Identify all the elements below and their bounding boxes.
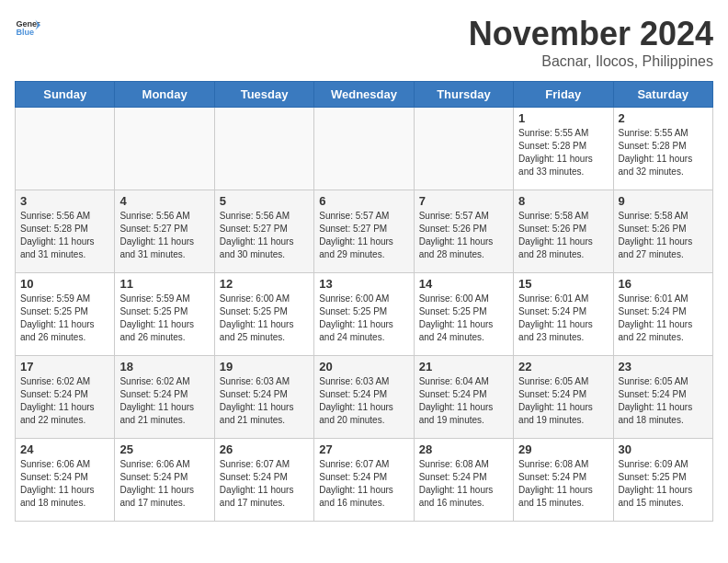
day-number: 19 bbox=[220, 360, 309, 373]
weekday-header: Wednesday bbox=[314, 82, 414, 108]
day-number: 12 bbox=[220, 277, 309, 291]
day-info: Sunrise: 6:07 AM Sunset: 5:24 PM Dayligh… bbox=[220, 458, 309, 510]
calendar-day-cell: 28Sunrise: 6:08 AM Sunset: 5:24 PM Dayli… bbox=[414, 439, 513, 522]
day-number: 10 bbox=[20, 277, 109, 291]
day-number: 4 bbox=[119, 194, 209, 208]
weekday-header: Friday bbox=[514, 82, 613, 108]
calendar-day-cell: 5Sunrise: 5:56 AM Sunset: 5:27 PM Daylig… bbox=[214, 190, 313, 273]
calendar-day-cell: 3Sunrise: 5:56 AM Sunset: 5:28 PM Daylig… bbox=[16, 190, 115, 273]
day-info: Sunrise: 5:55 AM Sunset: 5:28 PM Dayligh… bbox=[518, 127, 608, 178]
day-info: Sunrise: 6:02 AM Sunset: 5:24 PM Dayligh… bbox=[119, 375, 209, 427]
day-info: Sunrise: 5:58 AM Sunset: 5:26 PM Dayligh… bbox=[518, 210, 608, 261]
day-info: Sunrise: 5:56 AM Sunset: 5:27 PM Dayligh… bbox=[119, 210, 209, 261]
day-info: Sunrise: 6:03 AM Sunset: 5:24 PM Dayligh… bbox=[220, 375, 309, 427]
day-info: Sunrise: 6:01 AM Sunset: 5:24 PM Dayligh… bbox=[619, 293, 708, 344]
day-number: 18 bbox=[119, 360, 209, 373]
calendar-week-row: 24Sunrise: 6:06 AM Sunset: 5:24 PM Dayli… bbox=[16, 439, 713, 522]
day-info: Sunrise: 6:00 AM Sunset: 5:25 PM Dayligh… bbox=[419, 293, 508, 344]
weekday-header-row: SundayMondayTuesdayWednesdayThursdayFrid… bbox=[16, 82, 713, 108]
calendar-week-row: 3Sunrise: 5:56 AM Sunset: 5:28 PM Daylig… bbox=[16, 190, 713, 273]
page-header: General Blue November 2024 Bacnar, Iloco… bbox=[15, 15, 713, 70]
calendar-day-cell bbox=[314, 108, 414, 190]
day-number: 5 bbox=[220, 194, 309, 208]
day-number: 11 bbox=[119, 277, 209, 291]
day-number: 30 bbox=[619, 442, 708, 456]
weekday-header: Tuesday bbox=[214, 82, 313, 108]
calendar-day-cell bbox=[16, 108, 115, 190]
day-number: 9 bbox=[619, 194, 708, 208]
day-number: 2 bbox=[619, 111, 708, 125]
day-info: Sunrise: 6:06 AM Sunset: 5:24 PM Dayligh… bbox=[119, 458, 209, 510]
calendar-week-row: 10Sunrise: 5:59 AM Sunset: 5:25 PM Dayli… bbox=[16, 273, 713, 356]
calendar-week-row: 1Sunrise: 5:55 AM Sunset: 5:28 PM Daylig… bbox=[16, 108, 713, 190]
day-info: Sunrise: 6:06 AM Sunset: 5:24 PM Dayligh… bbox=[20, 458, 109, 510]
calendar-day-cell: 7Sunrise: 5:57 AM Sunset: 5:26 PM Daylig… bbox=[414, 190, 513, 273]
day-number: 23 bbox=[619, 360, 708, 373]
day-number: 7 bbox=[419, 194, 508, 208]
calendar-day-cell: 30Sunrise: 6:09 AM Sunset: 5:25 PM Dayli… bbox=[613, 439, 712, 522]
day-info: Sunrise: 5:59 AM Sunset: 5:25 PM Dayligh… bbox=[20, 293, 109, 344]
day-number: 25 bbox=[119, 442, 209, 456]
day-number: 6 bbox=[319, 194, 408, 208]
svg-text:Blue: Blue bbox=[16, 28, 34, 37]
day-number: 15 bbox=[518, 277, 608, 291]
logo: General Blue bbox=[15, 15, 40, 40]
calendar-day-cell: 2Sunrise: 5:55 AM Sunset: 5:28 PM Daylig… bbox=[613, 108, 712, 190]
day-info: Sunrise: 6:02 AM Sunset: 5:24 PM Dayligh… bbox=[20, 375, 109, 427]
day-info: Sunrise: 6:01 AM Sunset: 5:24 PM Dayligh… bbox=[518, 293, 608, 344]
day-info: Sunrise: 6:05 AM Sunset: 5:24 PM Dayligh… bbox=[518, 375, 608, 427]
calendar-day-cell: 26Sunrise: 6:07 AM Sunset: 5:24 PM Dayli… bbox=[214, 439, 313, 522]
day-info: Sunrise: 6:03 AM Sunset: 5:24 PM Dayligh… bbox=[319, 375, 408, 427]
calendar-day-cell: 17Sunrise: 6:02 AM Sunset: 5:24 PM Dayli… bbox=[16, 356, 115, 439]
weekday-header: Sunday bbox=[16, 82, 115, 108]
day-info: Sunrise: 5:57 AM Sunset: 5:26 PM Dayligh… bbox=[419, 210, 508, 261]
calendar-day-cell: 11Sunrise: 5:59 AM Sunset: 5:25 PM Dayli… bbox=[115, 273, 214, 356]
day-info: Sunrise: 5:56 AM Sunset: 5:27 PM Dayligh… bbox=[220, 210, 309, 261]
calendar-day-cell bbox=[115, 108, 214, 190]
calendar-day-cell: 23Sunrise: 6:05 AM Sunset: 5:24 PM Dayli… bbox=[613, 356, 712, 439]
day-info: Sunrise: 5:55 AM Sunset: 5:28 PM Dayligh… bbox=[619, 127, 708, 178]
calendar-day-cell: 4Sunrise: 5:56 AM Sunset: 5:27 PM Daylig… bbox=[115, 190, 214, 273]
calendar-day-cell: 22Sunrise: 6:05 AM Sunset: 5:24 PM Dayli… bbox=[514, 356, 613, 439]
day-number: 1 bbox=[518, 111, 608, 125]
calendar-day-cell: 12Sunrise: 6:00 AM Sunset: 5:25 PM Dayli… bbox=[214, 273, 313, 356]
calendar-day-cell: 27Sunrise: 6:07 AM Sunset: 5:24 PM Dayli… bbox=[314, 439, 414, 522]
day-number: 22 bbox=[518, 360, 608, 373]
calendar-day-cell: 21Sunrise: 6:04 AM Sunset: 5:24 PM Dayli… bbox=[414, 356, 513, 439]
calendar-day-cell: 14Sunrise: 6:00 AM Sunset: 5:25 PM Dayli… bbox=[414, 273, 513, 356]
day-number: 26 bbox=[220, 442, 309, 456]
day-number: 17 bbox=[20, 360, 109, 373]
weekday-header: Thursday bbox=[414, 82, 513, 108]
day-number: 13 bbox=[319, 277, 408, 291]
calendar-day-cell: 9Sunrise: 5:58 AM Sunset: 5:26 PM Daylig… bbox=[613, 190, 712, 273]
day-number: 24 bbox=[20, 442, 109, 456]
weekday-header: Saturday bbox=[613, 82, 712, 108]
day-info: Sunrise: 5:58 AM Sunset: 5:26 PM Dayligh… bbox=[619, 210, 708, 261]
calendar-day-cell: 13Sunrise: 6:00 AM Sunset: 5:25 PM Dayli… bbox=[314, 273, 414, 356]
day-info: Sunrise: 6:08 AM Sunset: 5:24 PM Dayligh… bbox=[518, 458, 608, 510]
calendar-day-cell bbox=[214, 108, 313, 190]
location-title: Bacnar, Ilocos, Philippines bbox=[469, 53, 713, 70]
day-info: Sunrise: 6:09 AM Sunset: 5:25 PM Dayligh… bbox=[619, 458, 708, 510]
calendar-day-cell: 16Sunrise: 6:01 AM Sunset: 5:24 PM Dayli… bbox=[613, 273, 712, 356]
calendar-day-cell: 24Sunrise: 6:06 AM Sunset: 5:24 PM Dayli… bbox=[16, 439, 115, 522]
month-title: November 2024 bbox=[469, 15, 713, 53]
day-number: 14 bbox=[419, 277, 508, 291]
day-number: 27 bbox=[319, 442, 408, 456]
day-number: 20 bbox=[319, 360, 408, 373]
calendar-day-cell: 6Sunrise: 5:57 AM Sunset: 5:27 PM Daylig… bbox=[314, 190, 414, 273]
day-info: Sunrise: 5:59 AM Sunset: 5:25 PM Dayligh… bbox=[119, 293, 209, 344]
calendar-day-cell bbox=[414, 108, 513, 190]
calendar-table: SundayMondayTuesdayWednesdayThursdayFrid… bbox=[15, 81, 713, 522]
weekday-header: Monday bbox=[115, 82, 214, 108]
calendar-day-cell: 15Sunrise: 6:01 AM Sunset: 5:24 PM Dayli… bbox=[514, 273, 613, 356]
calendar-day-cell: 20Sunrise: 6:03 AM Sunset: 5:24 PM Dayli… bbox=[314, 356, 414, 439]
day-info: Sunrise: 5:56 AM Sunset: 5:28 PM Dayligh… bbox=[20, 210, 109, 261]
day-number: 21 bbox=[419, 360, 508, 373]
calendar-week-row: 17Sunrise: 6:02 AM Sunset: 5:24 PM Dayli… bbox=[16, 356, 713, 439]
day-info: Sunrise: 6:07 AM Sunset: 5:24 PM Dayligh… bbox=[319, 458, 408, 510]
calendar-day-cell: 10Sunrise: 5:59 AM Sunset: 5:25 PM Dayli… bbox=[16, 273, 115, 356]
day-info: Sunrise: 6:00 AM Sunset: 5:25 PM Dayligh… bbox=[220, 293, 309, 344]
day-info: Sunrise: 6:04 AM Sunset: 5:24 PM Dayligh… bbox=[419, 375, 508, 427]
day-info: Sunrise: 6:00 AM Sunset: 5:25 PM Dayligh… bbox=[319, 293, 408, 344]
